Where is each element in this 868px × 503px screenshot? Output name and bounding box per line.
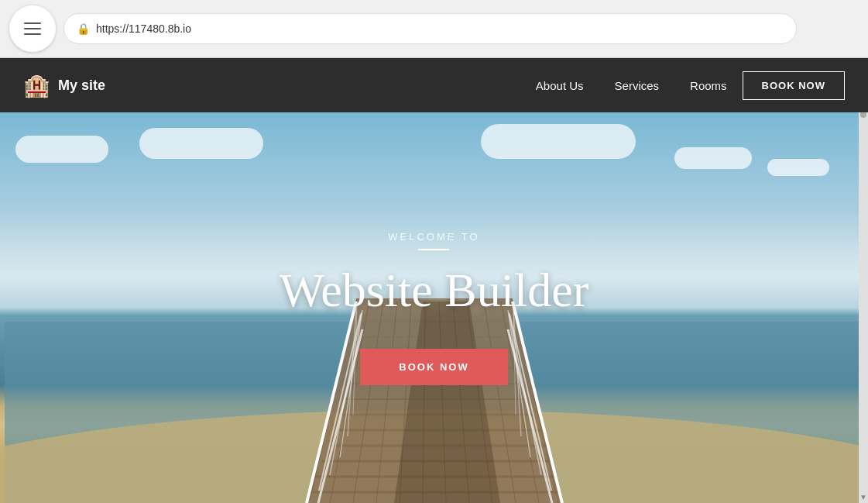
hotel-icon: 🏨	[23, 73, 50, 98]
lock-icon: 🔒	[77, 22, 90, 35]
cloud-3	[674, 147, 752, 169]
menu-bar-1	[24, 22, 41, 24]
nav-services[interactable]: Services	[615, 79, 660, 92]
nav-book-now-button[interactable]: BOOK NOW	[743, 71, 845, 100]
welcome-to-text: WELCOME TO	[280, 231, 589, 243]
menu-bar-3	[24, 33, 41, 35]
hero-section: WELCOME TO Website Builder BOOK NOW	[0, 112, 868, 503]
browser-scrollbar[interactable]: ▲ ▼	[859, 58, 868, 503]
url-bar[interactable]: 🔒 https://117480.8b.io	[63, 13, 797, 44]
cloud-1	[15, 136, 108, 163]
menu-bar-2	[24, 28, 41, 29]
hero-content: WELCOME TO Website Builder BOOK NOW	[280, 231, 589, 385]
menu-button[interactable]	[9, 5, 56, 52]
site-logo[interactable]: 🏨 My site	[23, 73, 105, 98]
scroll-down-arrow[interactable]: ▼	[859, 493, 867, 501]
nav-bar: 🏨 My site About Us Services Rooms BOOK N…	[0, 58, 868, 112]
cloud-4	[481, 124, 636, 159]
url-text: https://117480.8b.io	[96, 22, 191, 35]
cloud-5	[767, 159, 829, 176]
welcome-divider	[418, 249, 449, 250]
website-content: 🏨 My site About Us Services Rooms BOOK N…	[0, 58, 868, 503]
nav-links: About Us Services Rooms	[536, 79, 727, 92]
nav-about-us[interactable]: About Us	[536, 79, 584, 92]
browser-chrome: 🔒 https://117480.8b.io	[0, 0, 868, 58]
hero-title: Website Builder	[280, 263, 589, 318]
cloud-2	[139, 128, 263, 159]
nav-rooms[interactable]: Rooms	[690, 79, 727, 92]
site-name: My site	[58, 78, 105, 94]
hero-book-now-button[interactable]: BOOK NOW	[360, 349, 507, 385]
